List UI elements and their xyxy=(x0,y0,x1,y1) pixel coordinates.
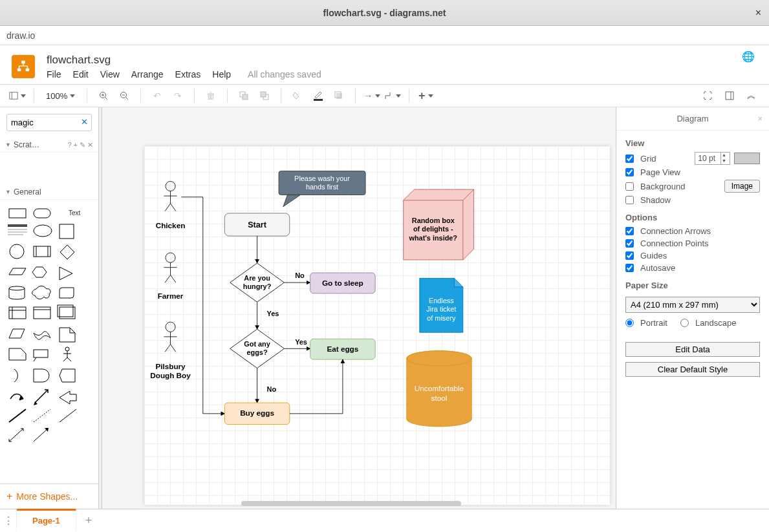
window-close-button[interactable]: × xyxy=(755,7,761,19)
svg-rect-21 xyxy=(9,209,26,218)
grid-checkbox[interactable] xyxy=(625,154,634,163)
grid-color-swatch[interactable] xyxy=(734,153,760,164)
scratchpad-section[interactable]: ▼ Scrat… ?+✎✕ xyxy=(0,138,98,153)
node-hungry[interactable]: Are you hungry? xyxy=(230,263,285,302)
grid-size-down-icon[interactable]: ▼ xyxy=(720,158,727,164)
node-stool[interactable]: Uncomfortable stool xyxy=(407,351,472,427)
svg-point-58 xyxy=(166,253,175,262)
portrait-radio[interactable] xyxy=(625,319,634,327)
svg-text:Endless: Endless xyxy=(429,297,454,304)
more-shapes-button[interactable]: + More Shapes... xyxy=(0,484,98,509)
sidebar-toggle-icon[interactable] xyxy=(9,87,26,104)
paper-size-select[interactable]: A4 (210 mm x 297 mm) xyxy=(625,297,760,313)
actor-doughboy-label1: Pilsbury xyxy=(155,362,186,370)
os-menubar: draw.io xyxy=(0,26,769,45)
conn-points-label: Connection Points xyxy=(640,239,709,248)
canvas[interactable]: Chicken Farmer Pilsbury Dough Boy Please… xyxy=(99,107,616,509)
landscape-radio[interactable] xyxy=(680,319,689,327)
plus-icon: + xyxy=(6,491,12,502)
svg-text:Got any: Got any xyxy=(244,340,270,348)
search-clear-icon[interactable]: ✕ xyxy=(81,117,88,127)
shape-search-input[interactable] xyxy=(6,114,92,131)
image-button[interactable]: Image xyxy=(724,180,760,193)
panel-title: Diagram xyxy=(677,114,708,123)
node-eat[interactable]: Eat eggs xyxy=(310,339,376,359)
general-section[interactable]: ▼ General xyxy=(0,185,98,200)
zoom-in-icon[interactable] xyxy=(95,87,112,104)
shape-sidebar: ✕ ▼ Scrat… ?+✎✕ ▼ General Text xyxy=(0,107,99,509)
scratchpad-close-icon[interactable]: ✕ xyxy=(87,141,93,149)
guides-checkbox[interactable] xyxy=(625,251,634,260)
pageview-checkbox[interactable] xyxy=(625,168,634,176)
pages-menu-icon[interactable]: ⋮ xyxy=(0,510,17,531)
svg-rect-22 xyxy=(34,209,50,218)
fullscreen-icon[interactable]: ⛶ xyxy=(699,87,716,104)
svg-text:hungry?: hungry? xyxy=(243,282,272,290)
file-name[interactable]: flowchart.svg xyxy=(47,54,321,67)
line-color-icon[interactable] xyxy=(310,87,327,104)
node-random-box[interactable]: Random box of delights - what's inside? xyxy=(404,189,474,260)
svg-rect-0 xyxy=(21,61,25,64)
node-start[interactable]: Start xyxy=(224,213,290,236)
format-panel-toggle-icon[interactable] xyxy=(721,87,738,104)
shadow-checkbox[interactable] xyxy=(625,196,634,204)
to-back-icon[interactable] xyxy=(256,87,273,104)
menu-edit[interactable]: Edit xyxy=(73,69,89,80)
clear-style-button[interactable]: Clear Default Style xyxy=(625,362,760,377)
panel-close-icon[interactable]: × xyxy=(757,114,763,123)
autosave-checkbox[interactable] xyxy=(625,264,634,272)
shadow-toggle-icon[interactable] xyxy=(330,87,347,104)
waypoint-style-icon[interactable] xyxy=(384,87,401,104)
actor-farmer[interactable] xyxy=(164,253,177,282)
menu-arrange[interactable]: Arrange xyxy=(131,69,164,80)
horizontal-scrollbar[interactable] xyxy=(241,501,603,506)
zoom-out-icon[interactable] xyxy=(116,87,133,104)
svg-rect-19 xyxy=(726,92,733,100)
grid-label: Grid xyxy=(640,154,656,164)
delete-icon[interactable]: 🗑 xyxy=(202,87,219,104)
undo-icon[interactable]: ↶ xyxy=(149,87,166,104)
node-goteggs[interactable]: Got any eggs? xyxy=(230,329,285,368)
conn-points-checkbox[interactable] xyxy=(625,239,634,248)
add-page-button[interactable]: + xyxy=(76,509,102,532)
grid-size-input[interactable]: 10 pt▲▼ xyxy=(695,152,730,165)
shadow-label: Shadow xyxy=(640,195,671,205)
edge-eggs-yes: Yes xyxy=(295,338,307,346)
grid-size-up-icon[interactable]: ▲ xyxy=(720,153,727,158)
scratchpad-edit-icon[interactable]: ✎ xyxy=(80,141,85,149)
background-checkbox[interactable] xyxy=(625,182,634,191)
callout-wash-hands[interactable]: Please wash your hands first xyxy=(279,171,365,207)
connection-style-icon[interactable]: → xyxy=(363,87,380,104)
actor-chicken[interactable] xyxy=(164,181,177,211)
general-label: General xyxy=(14,187,41,197)
sidebar-resize-handle[interactable] xyxy=(99,107,102,509)
conn-arrows-checkbox[interactable] xyxy=(625,227,634,235)
svg-text:Buy eggs: Buy eggs xyxy=(240,409,274,417)
os-menu-drawio[interactable]: draw.io xyxy=(6,30,35,41)
node-sleep[interactable]: Go to sleep xyxy=(310,273,376,293)
to-front-icon[interactable] xyxy=(235,87,252,104)
menu-view[interactable]: View xyxy=(100,69,120,80)
node-jira[interactable]: Endless Jira ticket of misery xyxy=(420,278,463,332)
svg-line-10 xyxy=(126,98,129,100)
edit-data-button[interactable]: Edit Data xyxy=(625,342,760,357)
menu-extras[interactable]: Extras xyxy=(175,69,201,80)
node-buy[interactable]: Buy eggs xyxy=(224,403,290,425)
menu-file[interactable]: File xyxy=(47,69,61,80)
redo-icon[interactable]: ↷ xyxy=(169,87,186,104)
insert-icon[interactable]: + xyxy=(417,87,434,104)
page-tab-1[interactable]: Page-1 xyxy=(17,509,76,531)
shapes-palette[interactable]: Text xyxy=(0,200,98,484)
language-icon[interactable]: 🌐 xyxy=(742,50,755,63)
svg-rect-3 xyxy=(10,92,17,100)
svg-rect-29 xyxy=(60,224,74,239)
svg-rect-35 xyxy=(9,307,26,319)
svg-line-61 xyxy=(165,275,170,282)
actor-doughboy[interactable] xyxy=(164,322,177,352)
collapse-icon[interactable]: ︽ xyxy=(743,87,760,104)
fill-color-icon[interactable] xyxy=(289,87,306,104)
menu-help[interactable]: Help xyxy=(212,69,231,80)
zoom-level[interactable]: 100% xyxy=(42,91,79,101)
scratchpad-add-icon[interactable]: + xyxy=(74,141,78,149)
scratchpad-help-icon[interactable]: ? xyxy=(67,141,71,149)
